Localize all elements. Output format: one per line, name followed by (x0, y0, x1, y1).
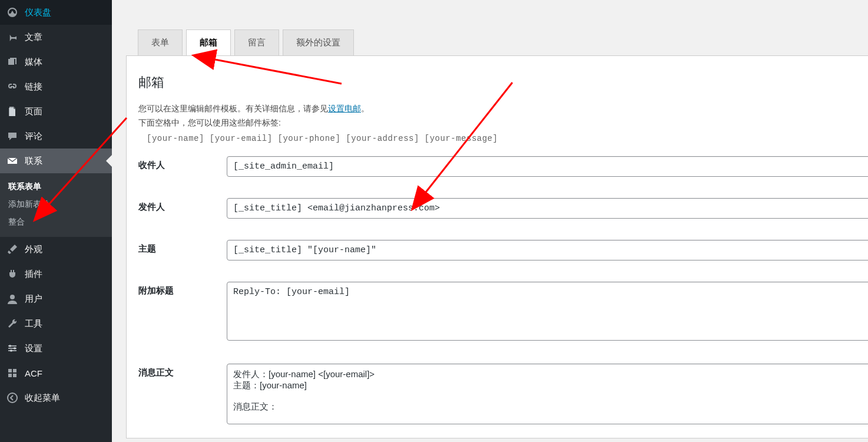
sidebar-item-comments[interactable]: 评论 (0, 124, 112, 149)
comment-icon (6, 130, 19, 143)
panel-tabs: 表单 邮箱 留言 额外的设置 (138, 29, 868, 56)
sidebar-item-contact[interactable]: 联系 (0, 149, 112, 173)
submenu-item-label: 联系表单 (8, 182, 41, 192)
sidebar-item-label: 插件 (25, 269, 42, 280)
mail-panel: 邮箱 您可以在这里编辑邮件模板。有关详细信息，请参见设置电邮。 下面空格中，您可… (126, 55, 868, 438)
user-icon (6, 292, 19, 305)
textarea-body[interactable] (227, 364, 868, 424)
svg-rect-4 (8, 369, 12, 372)
sidebar-item-label: ACF (25, 368, 42, 378)
label-body: 消息正文 (138, 364, 227, 378)
label-subject: 主题 (138, 240, 227, 255)
submenu-item-contact-forms[interactable]: 联系表单 (0, 178, 112, 196)
svg-point-0 (10, 295, 15, 299)
sidebar-item-label: 设置 (25, 343, 42, 354)
main-content: 表单 邮箱 留言 额外的设置 邮箱 您可以在这里编辑邮件模板。有关详细信息，请参… (112, 0, 868, 442)
label-from: 发件人 (138, 198, 227, 213)
submenu-item-integration[interactable]: 整合 (0, 213, 112, 231)
desc-text: 您可以在这里编辑邮件模板。有关详细信息，请参见 (138, 104, 328, 113)
svg-point-8 (8, 393, 17, 403)
input-from[interactable] (227, 198, 868, 219)
sidebar-item-label: 链接 (25, 81, 42, 93)
row-subject: 主题 (138, 240, 868, 260)
grid-icon (6, 367, 19, 380)
svg-point-3 (10, 349, 12, 352)
link-icon (6, 80, 19, 93)
tab-label: 额外的设置 (296, 37, 340, 47)
row-to: 收件人 (138, 156, 868, 177)
desc-line2: 下面空格中，您可以使用这些邮件标签: (138, 118, 281, 127)
desc-suffix: 。 (361, 104, 369, 113)
label-headers: 附加标题 (138, 282, 227, 296)
sidebar-item-label: 联系 (25, 156, 42, 167)
svg-point-1 (9, 345, 11, 347)
sliders-icon (6, 342, 19, 355)
sidebar-submenu-contact: 联系表单 添加新表单 整合 (0, 173, 112, 237)
sidebar-item-label: 外观 (25, 244, 42, 255)
input-to[interactable] (227, 156, 868, 177)
sidebar-item-label: 评论 (25, 131, 42, 142)
tab-messages[interactable]: 留言 (234, 29, 279, 56)
sidebar-item-label: 媒体 (25, 57, 42, 68)
sidebar-item-dashboard[interactable]: 仪表盘 (0, 0, 112, 25)
sidebar-item-users[interactable]: 用户 (0, 286, 112, 311)
row-from: 发件人 (138, 198, 868, 219)
sidebar-item-label: 用户 (25, 293, 42, 305)
sidebar-item-links[interactable]: 链接 (0, 74, 112, 99)
mail-form: 收件人 发件人 主题 附加标题 (138, 156, 868, 426)
label-to: 收件人 (138, 156, 227, 171)
sidebar-item-appearance[interactable]: 外观 (0, 237, 112, 262)
input-subject[interactable] (227, 240, 868, 260)
submenu-item-label: 整合 (8, 217, 25, 227)
media-icon (6, 55, 19, 68)
mail-icon (6, 154, 19, 167)
sidebar-item-posts[interactable]: 文章 (0, 25, 112, 50)
plug-icon (6, 268, 19, 281)
sidebar-item-label: 页面 (25, 106, 42, 117)
panel-description: 您可以在这里编辑邮件模板。有关详细信息，请参见设置电邮。 下面空格中，您可以使用… (138, 102, 868, 130)
sidebar-item-settings[interactable]: 设置 (0, 336, 112, 361)
sidebar-item-acf[interactable]: ACF (0, 361, 112, 385)
pin-icon (6, 31, 19, 44)
tab-label: 留言 (248, 37, 266, 47)
collapse-icon (6, 391, 19, 404)
setup-mail-link[interactable]: 设置电邮 (328, 104, 361, 113)
brush-icon (6, 243, 19, 256)
dashboard-icon (6, 6, 19, 19)
panel-heading: 邮箱 (138, 74, 868, 91)
svg-rect-5 (13, 369, 16, 372)
sidebar-item-label: 收起菜单 (25, 392, 60, 404)
tab-label: 邮箱 (200, 37, 217, 47)
sidebar-item-tools[interactable]: 工具 (0, 311, 112, 336)
sidebar-item-plugins[interactable]: 插件 (0, 262, 112, 286)
tab-label: 表单 (151, 37, 169, 47)
submenu-item-add-new[interactable]: 添加新表单 (0, 196, 112, 213)
tab-form[interactable]: 表单 (138, 29, 183, 56)
textarea-headers[interactable] (227, 282, 868, 341)
sidebar-item-label: 仪表盘 (25, 7, 51, 18)
row-headers: 附加标题 (138, 282, 868, 342)
admin-sidebar: 仪表盘 文章 媒体 链接 页面 评论 联系 (0, 0, 112, 442)
mail-tags-list: [your-name] [your-email] [your-phone] [y… (147, 134, 868, 143)
page-icon (6, 105, 19, 118)
wrench-icon (6, 317, 19, 330)
sidebar-item-pages[interactable]: 页面 (0, 99, 112, 124)
tab-mail[interactable]: 邮箱 (186, 29, 231, 56)
svg-rect-7 (13, 374, 16, 377)
sidebar-item-label: 工具 (25, 318, 42, 329)
submenu-item-label: 添加新表单 (8, 199, 49, 210)
svg-point-2 (14, 347, 16, 349)
sidebar-item-media[interactable]: 媒体 (0, 50, 112, 74)
sidebar-item-label: 文章 (25, 32, 42, 43)
row-body: 消息正文 (138, 364, 868, 426)
svg-rect-6 (8, 374, 12, 377)
tab-additional[interactable]: 额外的设置 (283, 29, 354, 56)
sidebar-item-collapse[interactable]: 收起菜单 (0, 385, 112, 410)
